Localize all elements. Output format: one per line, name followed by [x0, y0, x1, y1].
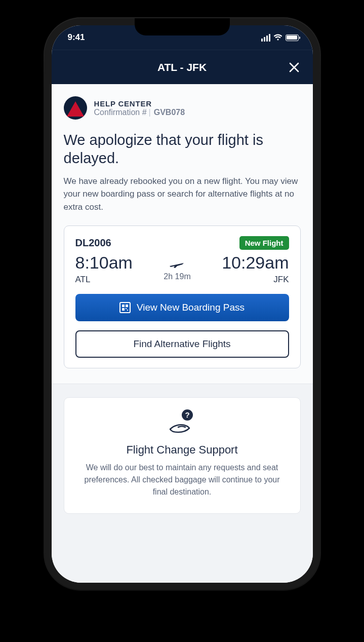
alternative-label: Find Alternative Flights [133, 338, 230, 350]
phone-frame: 9:41 ATL - JFK HELP CENTER [45, 18, 320, 590]
arrive-time: 10:29am [222, 253, 289, 273]
svg-rect-0 [120, 303, 130, 313]
subtext: We have already rebooked you on a new fl… [64, 175, 301, 214]
content[interactable]: HELP CENTER Confirmation #|GVB078 We apo… [52, 84, 313, 583]
support-title: Flight Change Support [78, 443, 286, 457]
arrive-code: JFK [273, 275, 289, 285]
support-hand-icon: ? [166, 409, 198, 437]
close-button[interactable] [287, 60, 302, 75]
flight-card: DL2006 New Flight 8:10am ATL 2h 19m [64, 225, 301, 368]
duration: 2h 19m [164, 272, 190, 281]
screen: 9:41 ATL - JFK HELP CENTER [52, 25, 313, 583]
help-center-label: HELP CENTER [94, 99, 185, 108]
find-alternative-button[interactable]: Find Alternative Flights [75, 330, 289, 358]
status-indicators [261, 34, 299, 42]
flight-number: DL2006 [75, 237, 111, 249]
route-bar: ATL - JFK [52, 50, 313, 84]
notice-sheet: HELP CENTER Confirmation #|GVB078 We apo… [52, 84, 313, 384]
boarding-pass-label: View New Boarding Pass [137, 302, 245, 313]
qr-icon [119, 302, 131, 313]
depart-time: 8:10am [75, 253, 133, 273]
plane-icon [169, 257, 186, 269]
notch [135, 18, 230, 35]
svg-text:?: ? [185, 410, 189, 419]
svg-rect-1 [122, 305, 125, 307]
airline-logo-icon [64, 96, 87, 120]
route-title: ATL - JFK [157, 61, 207, 73]
svg-rect-4 [126, 308, 127, 309]
status-time: 9:41 [68, 32, 85, 43]
new-flight-badge: New Flight [239, 236, 289, 250]
depart-code: ATL [75, 275, 133, 285]
confirmation-number: GVB078 [154, 108, 185, 117]
wifi-icon [273, 34, 282, 41]
support-text: We will do our best to maintain any requ… [78, 462, 286, 498]
headline: We apologize that your flight is delayed… [64, 131, 301, 168]
battery-icon [286, 34, 299, 41]
help-center-row: HELP CENTER Confirmation #|GVB078 [64, 96, 301, 120]
view-boarding-pass-button[interactable]: View New Boarding Pass [75, 294, 289, 321]
svg-rect-5 [127, 310, 128, 311]
cellular-icon [261, 34, 270, 42]
confirmation-label: Confirmation # [94, 108, 147, 117]
close-icon [288, 61, 300, 73]
svg-rect-3 [122, 308, 125, 311]
confirmation-line: Confirmation #|GVB078 [94, 108, 185, 117]
support-card: ? Flight Change Support We will do our b… [64, 397, 301, 514]
svg-rect-2 [126, 305, 128, 307]
